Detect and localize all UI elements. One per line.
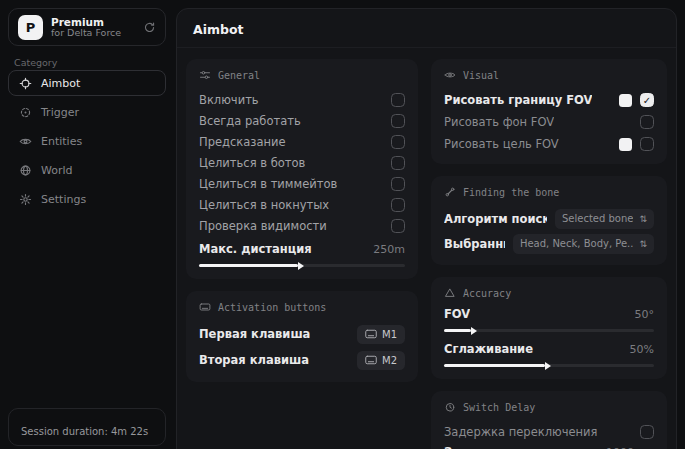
dropdown-value: Selected bone: [562, 213, 633, 224]
sliders-icon: [199, 69, 211, 81]
selected-bones-row: Выбранные кос Head, Neck, Body, Pe.. ⇅: [444, 231, 654, 256]
option-row-enable: Включить: [199, 89, 405, 110]
option-row-visibility-check: Проверка видимости: [199, 215, 405, 236]
second-key-label: Вторая клавиша: [199, 353, 309, 367]
fov-target-checkbox[interactable]: [640, 137, 654, 151]
fov-target-color-swatch[interactable]: [619, 138, 632, 151]
max-distance-value: 250m: [373, 243, 405, 256]
visual-card: Visual Рисовать границу FOV Рисовать фон…: [431, 59, 667, 164]
switch-delay-ms-row: Задержка переключения (мс) 1000 ms: [444, 445, 654, 449]
fov-border-checkbox[interactable]: [640, 93, 654, 107]
smoothing-row: Сглаживание 50%: [444, 342, 654, 356]
switch-delay-ms-value: 1000 ms: [606, 446, 654, 449]
sidebar-item-label: World: [41, 164, 73, 177]
option-row-target-knocked: Целиться в нокнутых: [199, 194, 405, 215]
clock-icon: [444, 401, 456, 413]
smoothing-label: Сглаживание: [444, 342, 533, 356]
fov-row: FOV 50°: [444, 307, 654, 321]
option-row-always-work: Всегда работать: [199, 110, 405, 131]
switch-delay-toggle-row: Задержка переключения: [444, 421, 654, 443]
trigger-icon: [19, 106, 32, 119]
brand-subtitle: for Delta Force: [51, 28, 135, 39]
bone-algorithm-label: Алгоритм поиска кост: [444, 212, 547, 226]
first-keybind-button[interactable]: M1: [357, 325, 405, 344]
selected-bones-dropdown[interactable]: Head, Neck, Body, Pe.. ⇅: [513, 234, 654, 254]
visual-card-header: Visual: [444, 69, 654, 81]
smoothing-slider-group: Сглаживание 50%: [444, 342, 654, 370]
sidebar-item-settings[interactable]: Settings: [8, 186, 166, 212]
triangle-icon: [444, 287, 456, 299]
prediction-checkbox[interactable]: [391, 135, 405, 149]
activation-card: Activation buttons Первая клавиша M1: [186, 291, 418, 382]
main-panel: Aimbot General Включить В: [176, 8, 677, 449]
page-title: Aimbot: [193, 22, 660, 37]
keyboard-icon: [365, 329, 377, 339]
general-card-header: General: [199, 69, 405, 81]
accuracy-card: Accuracy FOV 50° Сглаживание 50%: [431, 277, 667, 379]
switch-delay-ms-label: Задержка переключения (мс): [444, 445, 598, 449]
globe-icon: [19, 164, 32, 177]
left-column: General Включить Всегда работать Предска…: [186, 59, 418, 449]
fov-target-label: Рисовать цель FOV: [444, 137, 559, 151]
max-distance-slider[interactable]: [199, 260, 405, 270]
keybind-value: M2: [382, 355, 397, 366]
section-title: General: [218, 70, 260, 81]
target-knocked-checkbox[interactable]: [391, 198, 405, 212]
option-label: Целиться в нокнутых: [199, 198, 329, 212]
smoothing-value: 50%: [630, 343, 654, 356]
sidebar-item-world[interactable]: World: [8, 157, 166, 183]
brand-logo: P: [18, 15, 43, 40]
keyboard-icon: [365, 355, 377, 365]
target-bots-checkbox[interactable]: [391, 156, 405, 170]
activation-card-header: Activation buttons: [199, 301, 405, 313]
sidebar: P Premium for Delta Force Category Aimbo…: [0, 0, 174, 449]
select-arrows-icon: ⇅: [639, 239, 647, 249]
option-label: Целиться в ботов: [199, 156, 305, 170]
brand-title: Premium: [51, 16, 135, 28]
switch-delay-checkbox[interactable]: [640, 425, 654, 439]
option-label: Включить: [199, 93, 259, 107]
fov-slider[interactable]: [444, 325, 654, 335]
brand-card: P Premium for Delta Force: [8, 8, 166, 46]
switch-delay-toggle-label: Задержка переключения: [444, 425, 597, 439]
sidebar-item-trigger[interactable]: Trigger: [8, 99, 166, 125]
fov-background-row: Рисовать фон FOV: [444, 111, 654, 133]
bone-algorithm-dropdown[interactable]: Selected bone ⇅: [555, 209, 654, 229]
visibility-check-checkbox[interactable]: [391, 219, 405, 233]
option-row-prediction: Предсказание: [199, 131, 405, 152]
main-header: Aimbot: [177, 9, 676, 48]
slider-fill: [444, 364, 545, 367]
option-label: Всегда работать: [199, 114, 301, 128]
section-title: Finding the bone: [463, 187, 559, 198]
target-teammates-checkbox[interactable]: [391, 177, 405, 191]
accuracy-card-header: Accuracy: [444, 287, 654, 299]
enable-checkbox[interactable]: [391, 93, 405, 107]
brand-text: Premium for Delta Force: [51, 16, 135, 39]
sidebar-item-entities[interactable]: Entities: [8, 128, 166, 154]
max-distance-group: Макс. дистанция 250m: [199, 242, 405, 270]
fov-border-color-swatch[interactable]: [619, 94, 632, 107]
second-key-row: Вторая клавиша M2: [199, 347, 405, 373]
gear-icon: [19, 193, 32, 206]
fov-border-row: Рисовать границу FOV: [444, 89, 654, 111]
session-duration-text: Session duration: 4m 22s: [21, 426, 148, 437]
always-work-checkbox[interactable]: [391, 114, 405, 128]
bone-algorithm-row: Алгоритм поиска кост Selected bone ⇅: [444, 206, 654, 231]
sidebar-item-label: Trigger: [41, 106, 79, 119]
second-keybind-button[interactable]: M2: [357, 351, 405, 370]
section-title: Visual: [463, 70, 499, 81]
refresh-icon[interactable]: [143, 21, 156, 34]
section-title: Switch Delay: [463, 402, 535, 413]
sidebar-item-aimbot[interactable]: Aimbot: [8, 70, 166, 96]
bones-card: Finding the bone Алгоритм поиска кост Se…: [431, 176, 667, 265]
sidebar-item-label: Aimbot: [41, 77, 80, 90]
section-title: Accuracy: [463, 288, 511, 299]
smoothing-slider[interactable]: [444, 360, 654, 370]
fov-value: 50°: [635, 308, 655, 321]
fov-background-checkbox[interactable]: [640, 115, 654, 129]
max-distance-row: Макс. дистанция 250m: [199, 242, 405, 256]
dropdown-value: Head, Neck, Body, Pe..: [520, 238, 634, 249]
option-row-target-teammates: Целиться в тиммейтов: [199, 173, 405, 194]
fov-background-label: Рисовать фон FOV: [444, 115, 554, 129]
section-title: Activation buttons: [218, 302, 326, 313]
